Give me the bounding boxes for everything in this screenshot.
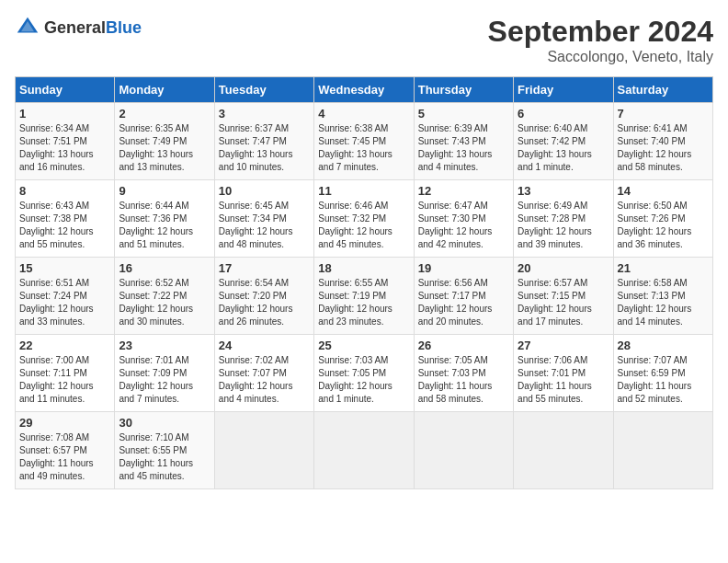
table-row: 22Sunrise: 7:00 AM Sunset: 7:11 PM Dayli… — [16, 335, 713, 412]
day-number: 9 — [119, 184, 210, 198]
day-detail: Sunrise: 7:06 AM Sunset: 7:01 PM Dayligh… — [518, 354, 609, 406]
day-detail: Sunrise: 6:52 AM Sunset: 7:22 PM Dayligh… — [119, 277, 210, 328]
day-number: 18 — [318, 261, 409, 275]
header-friday: Friday — [514, 77, 613, 103]
header-thursday: Thursday — [414, 77, 513, 103]
day-number: 12 — [418, 184, 509, 198]
day-detail: Sunrise: 6:57 AM Sunset: 7:15 PM Dayligh… — [518, 277, 609, 328]
calendar-body: 1Sunrise: 6:34 AM Sunset: 7:51 PM Daylig… — [16, 103, 713, 489]
title-area: September 2024 Saccolongo, Veneto, Italy — [488, 15, 713, 65]
header-wednesday: Wednesday — [314, 77, 414, 103]
table-cell — [214, 412, 313, 489]
table-cell: 19Sunrise: 6:56 AM Sunset: 7:17 PM Dayli… — [414, 258, 513, 335]
day-detail: Sunrise: 6:58 AM Sunset: 7:13 PM Dayligh… — [618, 277, 709, 328]
table-cell: 24Sunrise: 7:02 AM Sunset: 7:07 PM Dayli… — [214, 335, 313, 412]
table-cell: 26Sunrise: 7:05 AM Sunset: 7:03 PM Dayli… — [414, 335, 513, 412]
table-cell: 27Sunrise: 7:06 AM Sunset: 7:01 PM Dayli… — [514, 335, 613, 412]
calendar-table: Sunday Monday Tuesday Wednesday Thursday… — [15, 76, 713, 489]
table-cell: 18Sunrise: 6:55 AM Sunset: 7:19 PM Dayli… — [314, 258, 414, 335]
day-detail: Sunrise: 6:39 AM Sunset: 7:43 PM Dayligh… — [418, 122, 509, 174]
day-number: 30 — [119, 416, 210, 430]
day-number: 13 — [518, 184, 609, 198]
header-monday: Monday — [115, 77, 214, 103]
day-number: 17 — [219, 261, 310, 275]
day-detail: Sunrise: 6:51 AM Sunset: 7:24 PM Dayligh… — [19, 277, 110, 328]
day-number: 10 — [219, 184, 310, 198]
day-detail: Sunrise: 6:49 AM Sunset: 7:28 PM Dayligh… — [518, 200, 609, 251]
table-cell: 10Sunrise: 6:45 AM Sunset: 7:34 PM Dayli… — [214, 180, 313, 258]
day-detail: Sunrise: 6:37 AM Sunset: 7:47 PM Dayligh… — [219, 122, 310, 174]
table-row: 29Sunrise: 7:08 AM Sunset: 6:57 PM Dayli… — [16, 412, 713, 489]
header: GeneralBlue September 2024 Saccolongo, V… — [15, 15, 713, 65]
table-cell: 7Sunrise: 6:41 AM Sunset: 7:40 PM Daylig… — [613, 103, 712, 180]
location-title: Saccolongo, Veneto, Italy — [488, 49, 713, 65]
day-detail: Sunrise: 7:05 AM Sunset: 7:03 PM Dayligh… — [418, 354, 509, 406]
day-number: 27 — [518, 339, 609, 352]
table-cell: 4Sunrise: 6:38 AM Sunset: 7:45 PM Daylig… — [314, 103, 414, 180]
logo: GeneralBlue — [15, 15, 142, 40]
day-detail: Sunrise: 6:54 AM Sunset: 7:20 PM Dayligh… — [219, 277, 310, 328]
day-detail: Sunrise: 7:10 AM Sunset: 6:55 PM Dayligh… — [119, 431, 210, 483]
day-number: 16 — [119, 261, 210, 275]
day-number: 1 — [19, 107, 110, 121]
day-number: 15 — [19, 261, 110, 275]
day-number: 6 — [518, 107, 609, 121]
table-cell: 14Sunrise: 6:50 AM Sunset: 7:26 PM Dayli… — [613, 180, 712, 258]
day-number: 20 — [518, 261, 609, 275]
day-number: 4 — [318, 107, 409, 121]
day-detail: Sunrise: 7:02 AM Sunset: 7:07 PM Dayligh… — [219, 354, 310, 406]
header-saturday: Saturday — [613, 77, 712, 103]
day-number: 25 — [318, 339, 409, 352]
table-cell: 28Sunrise: 7:07 AM Sunset: 6:59 PM Dayli… — [613, 335, 712, 412]
logo-text-general: General — [44, 18, 106, 37]
month-title: September 2024 — [488, 15, 713, 49]
day-number: 28 — [618, 339, 709, 352]
table-cell: 16Sunrise: 6:52 AM Sunset: 7:22 PM Dayli… — [115, 258, 214, 335]
table-cell: 3Sunrise: 6:37 AM Sunset: 7:47 PM Daylig… — [214, 103, 313, 180]
day-number: 23 — [119, 339, 210, 352]
table-cell: 13Sunrise: 6:49 AM Sunset: 7:28 PM Dayli… — [514, 180, 613, 258]
header-sunday: Sunday — [16, 77, 115, 103]
table-cell: 6Sunrise: 6:40 AM Sunset: 7:42 PM Daylig… — [514, 103, 613, 180]
table-cell — [414, 412, 513, 489]
day-detail: Sunrise: 6:47 AM Sunset: 7:30 PM Dayligh… — [418, 200, 509, 251]
day-detail: Sunrise: 6:55 AM Sunset: 7:19 PM Dayligh… — [318, 277, 409, 328]
day-number: 19 — [418, 261, 509, 275]
table-cell: 30Sunrise: 7:10 AM Sunset: 6:55 PM Dayli… — [115, 412, 214, 489]
table-cell — [613, 412, 712, 489]
table-cell: 25Sunrise: 7:03 AM Sunset: 7:05 PM Dayli… — [314, 335, 414, 412]
day-detail: Sunrise: 6:38 AM Sunset: 7:45 PM Dayligh… — [318, 122, 409, 174]
day-detail: Sunrise: 6:43 AM Sunset: 7:38 PM Dayligh… — [19, 200, 110, 251]
table-cell: 2Sunrise: 6:35 AM Sunset: 7:49 PM Daylig… — [115, 103, 214, 180]
table-cell: 23Sunrise: 7:01 AM Sunset: 7:09 PM Dayli… — [115, 335, 214, 412]
day-detail: Sunrise: 7:01 AM Sunset: 7:09 PM Dayligh… — [119, 354, 210, 406]
table-cell: 29Sunrise: 7:08 AM Sunset: 6:57 PM Dayli… — [16, 412, 115, 489]
table-row: 8Sunrise: 6:43 AM Sunset: 7:38 PM Daylig… — [16, 180, 713, 258]
day-detail: Sunrise: 6:35 AM Sunset: 7:49 PM Dayligh… — [119, 122, 210, 174]
day-number: 24 — [219, 339, 310, 352]
day-detail: Sunrise: 7:07 AM Sunset: 6:59 PM Dayligh… — [618, 354, 709, 406]
day-number: 3 — [219, 107, 310, 121]
day-detail: Sunrise: 6:41 AM Sunset: 7:40 PM Dayligh… — [618, 122, 709, 174]
day-number: 29 — [19, 416, 110, 430]
table-cell: 12Sunrise: 6:47 AM Sunset: 7:30 PM Dayli… — [414, 180, 513, 258]
logo-icon — [15, 15, 40, 40]
day-number: 14 — [618, 184, 709, 198]
day-detail: Sunrise: 6:46 AM Sunset: 7:32 PM Dayligh… — [318, 200, 409, 251]
day-detail: Sunrise: 6:44 AM Sunset: 7:36 PM Dayligh… — [119, 200, 210, 251]
day-number: 2 — [119, 107, 210, 121]
day-detail: Sunrise: 6:45 AM Sunset: 7:34 PM Dayligh… — [219, 200, 310, 251]
day-number: 22 — [19, 339, 110, 352]
table-row: 1Sunrise: 6:34 AM Sunset: 7:51 PM Daylig… — [16, 103, 713, 180]
day-detail: Sunrise: 6:56 AM Sunset: 7:17 PM Dayligh… — [418, 277, 509, 328]
day-detail: Sunrise: 6:50 AM Sunset: 7:26 PM Dayligh… — [618, 200, 709, 251]
table-cell: 21Sunrise: 6:58 AM Sunset: 7:13 PM Dayli… — [613, 258, 712, 335]
day-number: 5 — [418, 107, 509, 121]
day-detail: Sunrise: 7:00 AM Sunset: 7:11 PM Dayligh… — [19, 354, 110, 406]
table-cell: 8Sunrise: 6:43 AM Sunset: 7:38 PM Daylig… — [16, 180, 115, 258]
day-number: 7 — [618, 107, 709, 121]
day-number: 8 — [19, 184, 110, 198]
table-cell: 20Sunrise: 6:57 AM Sunset: 7:15 PM Dayli… — [514, 258, 613, 335]
table-cell: 9Sunrise: 6:44 AM Sunset: 7:36 PM Daylig… — [115, 180, 214, 258]
day-detail: Sunrise: 7:03 AM Sunset: 7:05 PM Dayligh… — [318, 354, 409, 406]
